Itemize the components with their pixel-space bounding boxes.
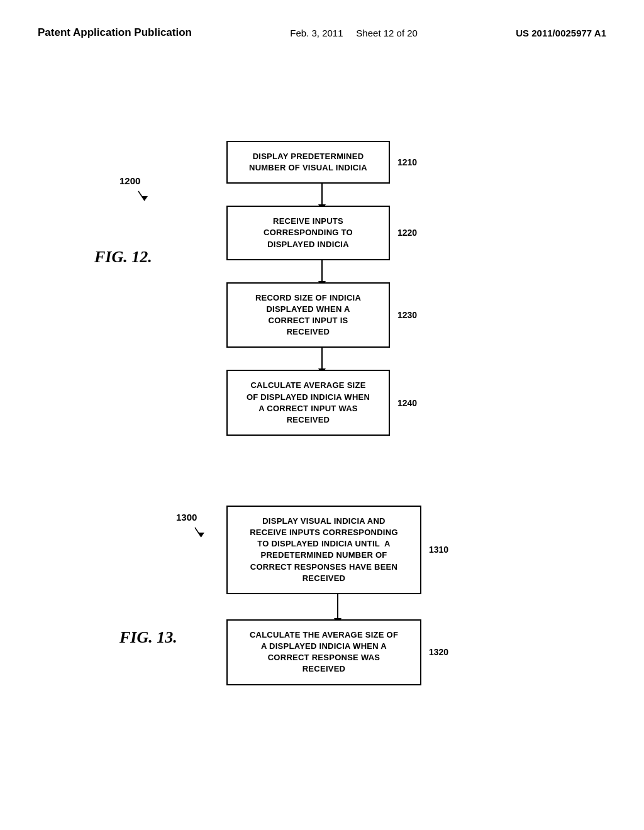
node-1220: RECEIVE INPUTSCORRESPONDING TODISPLAYED …	[226, 206, 390, 260]
arrow-1	[321, 184, 323, 206]
node-1320: CALCULATE THE AVERAGE SIZE OFA DISPLAYED…	[226, 619, 421, 685]
node-1210-row: DISPLAY PREDETERMINEDNUMBER OF VISUAL IN…	[226, 141, 417, 184]
header-title: Patent Application Publication	[38, 25, 192, 40]
fig12-ref-label: 1200	[119, 175, 151, 207]
svg-marker-1	[198, 533, 204, 537]
node-1310: DISPLAY VISUAL INDICIA ANDRECEIVE INPUTS…	[226, 506, 421, 594]
node-1240-text: CALCULATE AVERAGE SIZEOF DISPLAYED INDIC…	[247, 380, 370, 424]
fig13-flowchart: DISPLAY VISUAL INDICIA ANDRECEIVE INPUTS…	[226, 506, 448, 685]
ref-1310: 1310	[429, 545, 448, 555]
page: Patent Application Publication Feb. 3, 2…	[0, 0, 644, 830]
fig12-flowchart: DISPLAY PREDETERMINEDNUMBER OF VISUAL IN…	[226, 141, 417, 436]
node-1240: CALCULATE AVERAGE SIZEOF DISPLAYED INDIC…	[226, 370, 390, 436]
header-date-sheet: Feb. 3, 2011 Sheet 12 of 20	[290, 25, 418, 38]
publication-title: Patent Application Publication	[38, 26, 192, 38]
node-1210-text: DISPLAY PREDETERMINEDNUMBER OF VISUAL IN…	[249, 152, 367, 172]
arrow-4	[337, 594, 338, 619]
header: Patent Application Publication Feb. 3, 2…	[38, 25, 606, 40]
arrow-2	[321, 260, 323, 282]
ref-1200: 1200	[119, 175, 140, 186]
node-1220-text: RECEIVE INPUTSCORRESPONDING TODISPLAYED …	[264, 216, 353, 248]
node-1310-text: DISPLAY VISUAL INDICIA ANDRECEIVE INPUTS…	[250, 516, 398, 583]
patent-number: US 2011/0025977 A1	[516, 25, 606, 38]
ref-1320: 1320	[429, 647, 448, 657]
fig12-section: 1200 FIG. 12. DISPLAY PREDETERMINEDNUMBE…	[38, 78, 606, 430]
node-1230-row: RECORD SIZE OF INDICIADISPLAYED WHEN ACO…	[226, 282, 417, 348]
sheet-info: Sheet 12 of 20	[356, 28, 418, 38]
ref-1300: 1300	[176, 512, 197, 523]
fig13-section: 1300 FIG. 13. DISPLAY VISUAL INDICIA AND…	[38, 506, 606, 770]
ref-1210: 1210	[397, 157, 417, 167]
ref-1220: 1220	[397, 228, 417, 238]
svg-marker-0	[142, 196, 148, 201]
fig13-label: FIG. 13.	[119, 628, 177, 647]
node-1310-row: DISPLAY VISUAL INDICIA ANDRECEIVE INPUTS…	[226, 506, 448, 594]
node-1320-row: CALCULATE THE AVERAGE SIZE OFA DISPLAYED…	[226, 619, 448, 685]
node-1220-row: RECEIVE INPUTSCORRESPONDING TODISPLAYED …	[226, 206, 417, 260]
fig12-label: FIG. 12.	[94, 248, 152, 267]
node-1230: RECORD SIZE OF INDICIADISPLAYED WHEN ACO…	[226, 282, 390, 348]
node-1210: DISPLAY PREDETERMINEDNUMBER OF VISUAL IN…	[226, 141, 390, 184]
node-1230-text: RECORD SIZE OF INDICIADISPLAYED WHEN ACO…	[255, 293, 361, 337]
node-1240-row: CALCULATE AVERAGE SIZEOF DISPLAYED INDIC…	[226, 370, 417, 436]
node-1320-text: CALCULATE THE AVERAGE SIZE OFA DISPLAYED…	[250, 630, 398, 674]
ref-1240: 1240	[397, 398, 417, 408]
fig13-ref-label: 1300	[176, 512, 208, 543]
publication-date: Feb. 3, 2011	[290, 28, 343, 38]
ref-1230: 1230	[397, 310, 417, 320]
arrow-3	[321, 348, 323, 370]
